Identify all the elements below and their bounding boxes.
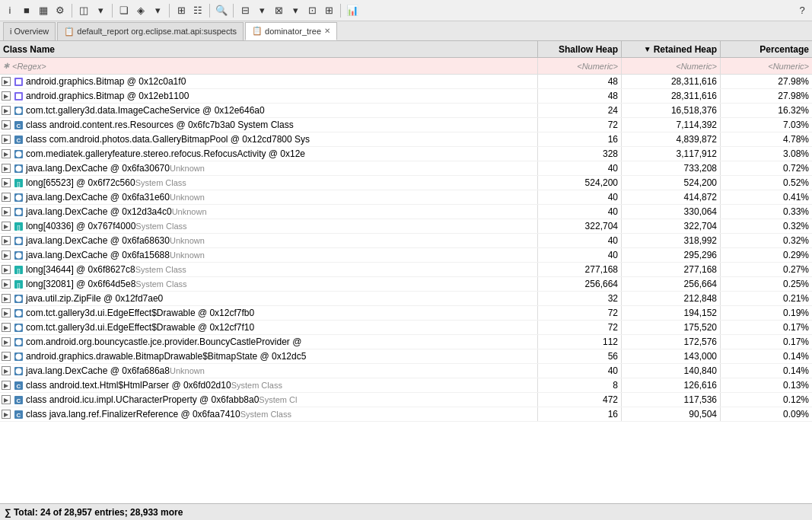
table-row[interactable]: ▶ com.tct.gallery3d.data.ImageCacheServi…	[0, 104, 812, 118]
table-row[interactable]: ▶ C class android.content.res.Resources …	[0, 118, 812, 132]
nav6-icon[interactable]: ⊞	[322, 4, 336, 18]
nav5-icon[interactable]: ⊡	[305, 4, 319, 18]
retained-value: 256,664	[684, 279, 717, 289]
table-row[interactable]: ▶ android.graphics.Bitmap @ 0x12c0a1f0 4…	[0, 75, 812, 89]
col-percentage[interactable]: Percentage	[721, 41, 812, 57]
col-class-name[interactable]: Class Name	[0, 41, 538, 57]
retained-value: 330,064	[684, 206, 717, 217]
pct-filter-value: <Numeric>	[768, 62, 809, 71]
tab-suspects[interactable]: 📋 default_report org.eclipse.mat.api:sus…	[57, 22, 244, 40]
tab-dominator[interactable]: 📋 dominator_tree ✕	[245, 22, 337, 40]
table-row[interactable]: ▶ java.lang.DexCache @ 0x6fa30670 Unknow…	[0, 161, 812, 176]
col-retained-heap[interactable]: ▼ Retained Heap	[622, 41, 721, 57]
table-row[interactable]: ▶ C class android.text.Html$HtmlParser @…	[0, 378, 812, 393]
svg-point-41	[15, 368, 21, 374]
row-class-cell: ▶ C class java.lang.ref.FinalizerReferen…	[0, 407, 538, 421]
nav1-icon[interactable]: ⊟	[238, 4, 252, 18]
retained-filter-cell[interactable]: <Numeric>	[622, 58, 721, 74]
expand-button[interactable]: ▶	[2, 193, 11, 202]
expand-button[interactable]: ▶	[2, 178, 11, 187]
expand-button[interactable]: ▶	[2, 164, 11, 173]
row-retained-heap: 414,872	[622, 190, 721, 204]
table-row[interactable]: ▶ java.lang.DexCache @ 0x6fa31e60 Unknow…	[0, 190, 812, 205]
info-icon[interactable]: i	[3, 4, 17, 18]
class-name-text: class com.android.photos.data.GalleryBit…	[26, 134, 310, 145]
svg-point-19	[15, 209, 21, 215]
table-row[interactable]: ▶ com.android.org.bouncycastle.jce.provi…	[0, 335, 812, 349]
table-row[interactable]: ▶ java.lang.DexCache @ 0x6fa686a8 Unknow…	[0, 364, 812, 378]
expand-button[interactable]: ▶	[2, 149, 11, 158]
table-row[interactable]: ▶ com.tct.gallery3d.ui.EdgeEffect$Drawab…	[0, 306, 812, 321]
expand-button[interactable]: ▶	[2, 410, 11, 419]
nav3-icon[interactable]: ⊠	[272, 4, 285, 18]
layout2-icon[interactable]: ▾	[94, 4, 107, 18]
expand-button[interactable]: ▶	[2, 236, 11, 245]
row-percentage: 27.98%	[721, 75, 812, 88]
heap-icon[interactable]: ■	[20, 4, 33, 18]
expand-button[interactable]: ▶	[2, 106, 11, 115]
row-retained-heap: 318,992	[622, 234, 721, 247]
expand-button[interactable]: ▶	[2, 337, 11, 346]
class-filter-value: <Regex>	[12, 62, 46, 71]
expand-button[interactable]: ▶	[2, 381, 11, 390]
row-percentage: 0.09%	[721, 407, 812, 421]
expand-button[interactable]: ▶	[2, 77, 11, 86]
table-row[interactable]: ▶ [] long[32081] @ 0x6f64d5e8 System Cla…	[0, 277, 812, 292]
table-row[interactable]: ▶ C class android.icu.impl.UCharacterPro…	[0, 393, 812, 407]
unknown-label: Unknown	[170, 250, 205, 260]
expand-button[interactable]: ▶	[2, 294, 11, 303]
retained-filter-value: <Numeric>	[676, 62, 717, 71]
table-row[interactable]: ▶ java.lang.DexCache @ 0x6fa15688 Unknow…	[0, 248, 812, 263]
table-row[interactable]: ▶ [] long[34644] @ 0x6f8627c8 System Cla…	[0, 263, 812, 277]
expand-button[interactable]: ▶	[2, 366, 11, 375]
expand-button[interactable]: ▶	[2, 352, 11, 361]
table-row[interactable]: ▶ C class java.lang.ref.FinalizerReferen…	[0, 407, 812, 422]
svg-text:[]: []	[17, 180, 20, 187]
table-row[interactable]: ▶ C class com.android.photos.data.Galler…	[0, 132, 812, 147]
list-icon[interactable]: ☷	[191, 4, 205, 18]
table-row[interactable]: ▶ com.tct.gallery3d.ui.EdgeEffect$Drawab…	[0, 321, 812, 335]
pct-filter-cell[interactable]: <Numeric>	[721, 58, 812, 74]
chart-icon[interactable]: 📊	[345, 4, 359, 18]
search-icon[interactable]: 🔍	[215, 4, 228, 18]
row-shallow-heap: 32	[538, 292, 622, 305]
inspector-icon[interactable]: ⚙	[53, 4, 67, 18]
tab-overview[interactable]: i Overview	[3, 22, 56, 40]
table-row[interactable]: ▶ com.mediatek.galleryfeature.stereo.ref…	[0, 147, 812, 161]
grid-icon[interactable]: ⊞	[174, 4, 188, 18]
expand-button[interactable]: ▶	[2, 308, 11, 317]
table-icon[interactable]: ▦	[37, 4, 50, 18]
expand-button[interactable]: ▶	[2, 279, 11, 289]
expand-button[interactable]: ▶	[2, 120, 11, 129]
compare-icon[interactable]: ◈	[134, 4, 148, 18]
nav4-icon[interactable]: ▾	[288, 4, 302, 18]
table-row[interactable]: ▶ java.lang.DexCache @ 0x6fa68630 Unknow…	[0, 234, 812, 248]
expand-button[interactable]: ▶	[2, 323, 11, 332]
table-row[interactable]: ▶ java.util.zip.ZipFile @ 0x12fd7ae0 32 …	[0, 292, 812, 306]
help-icon[interactable]: ?	[795, 4, 809, 18]
table-row[interactable]: ▶ [] long[40336] @ 0x767f4000 System Cla…	[0, 219, 812, 234]
col-shallow-heap[interactable]: Shallow Heap	[538, 41, 622, 57]
expand-button[interactable]: ▶	[2, 265, 11, 274]
layout-icon[interactable]: ◫	[77, 4, 91, 18]
tab-close-icon[interactable]: ✕	[324, 27, 330, 35]
expand-button[interactable]: ▶	[2, 395, 11, 404]
compare2-icon[interactable]: ▾	[151, 4, 164, 18]
copy-icon[interactable]: ❏	[117, 4, 131, 18]
shallow-filter-cell[interactable]: <Numeric>	[538, 58, 622, 74]
table-row[interactable]: ▶ java.lang.DexCache @ 0x12d3a4c0 Unknow…	[0, 205, 812, 219]
nav2-icon[interactable]: ▾	[255, 4, 269, 18]
retained-value: 7,114,392	[677, 120, 717, 130]
retained-value: 28,311,616	[671, 91, 717, 101]
table-row[interactable]: ▶ [] long[65523] @ 0x6f72c560 System Cla…	[0, 176, 812, 190]
expand-button[interactable]: ▶	[2, 222, 11, 231]
svg-point-23	[15, 238, 21, 244]
table-row[interactable]: ▶ android.graphics.Bitmap @ 0x12eb1100 4…	[0, 89, 812, 104]
expand-button[interactable]: ▶	[2, 250, 11, 260]
expand-button[interactable]: ▶	[2, 207, 11, 216]
row-percentage: 27.98%	[721, 89, 812, 103]
expand-button[interactable]: ▶	[2, 91, 11, 100]
table-row[interactable]: ▶ android.graphics.drawable.BitmapDrawab…	[0, 349, 812, 364]
class-filter-cell[interactable]: ✱ <Regex>	[0, 58, 538, 74]
expand-button[interactable]: ▶	[2, 135, 11, 144]
